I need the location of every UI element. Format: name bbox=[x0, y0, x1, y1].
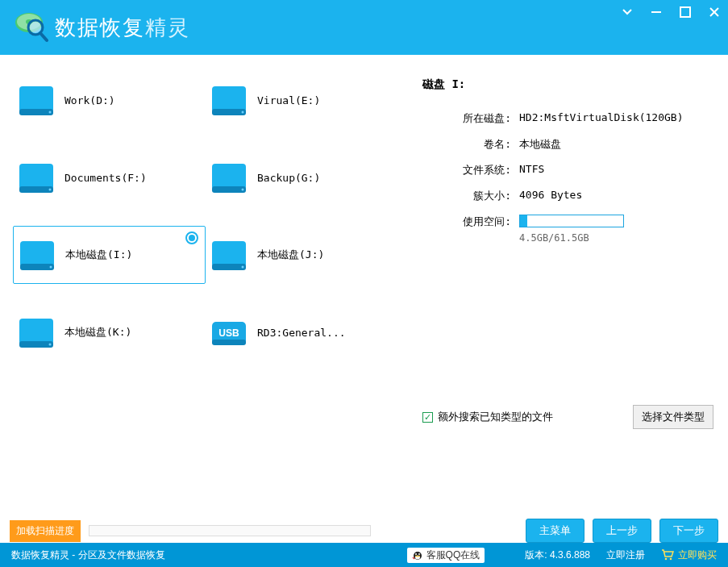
extra-search-label: 额外搜索已知类型的文件 bbox=[438, 410, 553, 424]
info-value: NTFS bbox=[519, 163, 544, 177]
extra-search-checkbox[interactable]: ✓ 额外搜索已知类型的文件 bbox=[422, 410, 553, 424]
info-label: 簇大小: bbox=[422, 189, 519, 203]
svg-rect-25 bbox=[212, 340, 246, 345]
drive-label: 本地磁盘(J:) bbox=[257, 248, 324, 262]
bottom-bar: 加载扫描进度 主菜单 上一步 下一步 bbox=[0, 519, 728, 543]
svg-rect-18 bbox=[20, 264, 54, 270]
svg-point-13 bbox=[242, 111, 244, 114]
drive-label: Work(D:) bbox=[64, 94, 115, 106]
footer: 数据恢复精灵 - 分区及文件数据恢复 客服QQ在线 版本: 4.3.6.888 … bbox=[0, 543, 728, 567]
footer-title: 数据恢复精灵 - 分区及文件数据恢复 bbox=[11, 548, 165, 562]
svg-point-29 bbox=[415, 553, 417, 555]
info-row-disk: 所在磁盘: HD2:MsftVirtualDisk(120GB) bbox=[422, 111, 713, 126]
drive-label: Virual(E:) bbox=[257, 94, 320, 106]
drive-item[interactable]: 本地磁盘(K:) bbox=[13, 303, 206, 361]
svg-point-4 bbox=[30, 22, 41, 33]
minimize-icon[interactable] bbox=[649, 6, 664, 18]
progress-track bbox=[89, 525, 371, 536]
checkbox-icon: ✓ bbox=[422, 412, 433, 423]
svg-line-5 bbox=[40, 33, 47, 40]
svg-text:USB: USB bbox=[218, 327, 239, 339]
svg-rect-16 bbox=[212, 186, 246, 193]
svg-rect-20 bbox=[212, 264, 246, 270]
app-title: 数据恢复精灵 bbox=[55, 14, 190, 42]
svg-rect-7 bbox=[680, 7, 690, 17]
drive-item[interactable]: Work(D:) bbox=[13, 71, 206, 129]
drive-item[interactable]: Documents(F:) bbox=[13, 148, 206, 206]
select-filetype-button[interactable]: 选择文件类型 bbox=[633, 405, 713, 429]
svg-rect-14 bbox=[19, 186, 53, 193]
svg-rect-12 bbox=[212, 109, 246, 115]
drive-item[interactable]: Backup(G:) bbox=[206, 148, 398, 206]
magnifier-disk-icon bbox=[13, 10, 48, 45]
drive-item[interactable]: 本地磁盘(I:) bbox=[13, 226, 206, 284]
main-menu-button[interactable]: 主菜单 bbox=[526, 519, 584, 543]
drive-label: Backup(G:) bbox=[257, 172, 320, 184]
info-row-fs: 文件系统: NTFS bbox=[422, 163, 713, 177]
drive-item[interactable]: Virual(E:) bbox=[206, 71, 398, 129]
info-row-volname: 卷名: 本地磁盘 bbox=[422, 137, 713, 152]
svg-point-31 bbox=[665, 558, 668, 561]
svg-point-17 bbox=[242, 189, 244, 191]
svg-point-30 bbox=[418, 553, 420, 555]
info-row-cluster: 簇大小: 4096 Bytes bbox=[422, 189, 713, 203]
info-label: 文件系统: bbox=[422, 163, 519, 177]
load-progress-button[interactable]: 加载扫描进度 bbox=[10, 520, 81, 542]
dropdown-icon[interactable] bbox=[620, 6, 634, 18]
drive-label: RD3:General... bbox=[257, 327, 346, 339]
drive-item[interactable]: 本地磁盘(J:) bbox=[206, 226, 398, 284]
svg-point-19 bbox=[50, 266, 52, 269]
main-content: Work(D:)Virual(E:)Documents(F:)Backup(G:… bbox=[0, 55, 728, 516]
usage-bar bbox=[519, 215, 624, 227]
svg-rect-22 bbox=[19, 341, 53, 348]
info-label: 使用空间: bbox=[422, 215, 519, 244]
drive-label: 本地磁盘(I:) bbox=[65, 248, 132, 262]
qq-penguin-icon bbox=[412, 549, 423, 561]
drive-item[interactable]: USBRD3:General... bbox=[206, 303, 398, 361]
svg-point-15 bbox=[49, 189, 52, 191]
close-icon[interactable] bbox=[707, 6, 722, 18]
next-button[interactable]: 下一步 bbox=[659, 519, 718, 543]
drive-list: Work(D:)Virual(E:)Documents(F:)Backup(G:… bbox=[0, 55, 408, 516]
window-controls bbox=[620, 6, 722, 18]
svg-point-32 bbox=[670, 558, 672, 561]
register-link[interactable]: 立即注册 bbox=[606, 548, 645, 562]
qq-support-button[interactable]: 客服QQ在线 bbox=[407, 548, 485, 563]
titlebar: 数据恢复精灵 bbox=[0, 0, 728, 55]
cart-icon bbox=[661, 549, 674, 561]
info-value: 4096 Bytes bbox=[519, 189, 582, 203]
drive-label: 本地磁盘(K:) bbox=[64, 325, 131, 340]
info-value: HD2:MsftVirtualDisk(120GB) bbox=[519, 111, 684, 126]
svg-point-21 bbox=[242, 266, 244, 269]
drive-label: Documents(F:) bbox=[64, 172, 147, 184]
svg-rect-10 bbox=[19, 109, 53, 115]
details-panel: 磁盘 I: 所在磁盘: HD2:MsftVirtualDisk(120GB) 卷… bbox=[408, 55, 728, 516]
disk-title: 磁盘 I: bbox=[422, 77, 713, 92]
info-value: 本地磁盘 bbox=[519, 137, 561, 152]
info-label: 卷名: bbox=[422, 137, 519, 152]
version-text: 版本: 4.3.6.888 bbox=[525, 548, 590, 562]
usage-text: 4.5GB/61.5GB bbox=[519, 232, 624, 244]
info-label: 所在磁盘: bbox=[422, 111, 519, 126]
svg-point-23 bbox=[49, 344, 52, 346]
prev-button[interactable]: 上一步 bbox=[593, 519, 651, 543]
app-logo: 数据恢复精灵 bbox=[13, 10, 190, 45]
info-row-usage: 使用空间: 4.5GB/61.5GB bbox=[422, 215, 713, 244]
svg-point-11 bbox=[49, 111, 52, 114]
buy-link[interactable]: 立即购买 bbox=[661, 548, 717, 562]
selected-radio-icon bbox=[185, 231, 198, 244]
maximize-icon[interactable] bbox=[678, 6, 693, 18]
